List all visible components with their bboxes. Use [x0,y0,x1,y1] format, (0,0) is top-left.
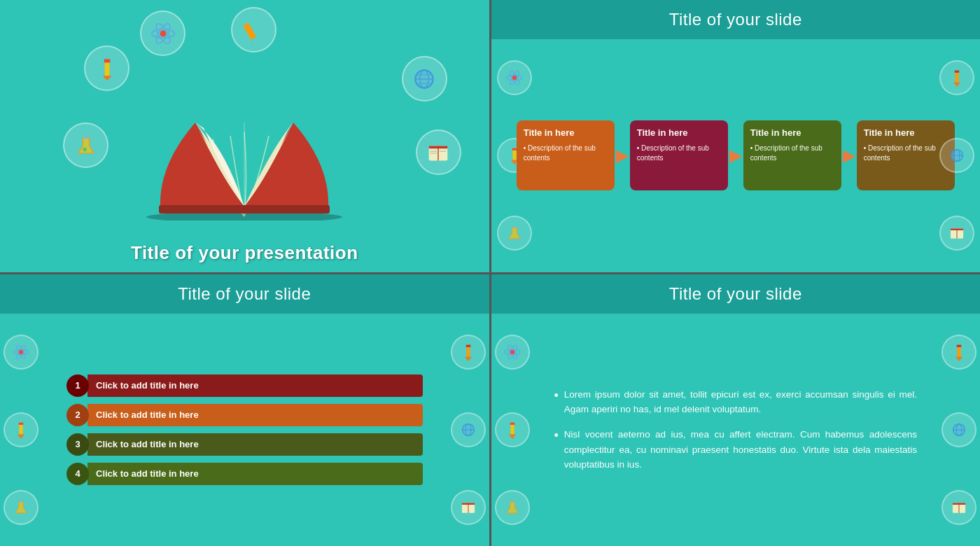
list-num-3: 3 [66,433,89,456]
list-bar-3[interactable]: Click to add title in here [88,433,423,456]
bullet-text-1: Lorem ipsum dolor sit amet, tollit epicu… [564,387,917,417]
proc-box-1: Title in here Description of the sub con… [517,120,615,190]
globe-icon-s2r [939,138,974,173]
svg-point-18 [83,147,86,150]
list-bar-1[interactable]: Click to add title in here [88,374,423,397]
slide4-icons-left [495,314,530,547]
slide3-icons-left [4,314,38,547]
slide3-icons-right [451,314,486,547]
pencil-icon-s3l [4,412,38,447]
svg-rect-50 [465,345,470,347]
svg-marker-33 [953,83,960,88]
svg-marker-62 [508,434,515,439]
pencil-icon-s3r [451,335,486,370]
list-bar-4[interactable]: Click to add title in here [88,463,423,485]
slide-2: Title of your slide [491,0,981,272]
list-bar-2[interactable]: Click to add title in here [88,404,423,426]
list-num-2: 2 [66,404,89,426]
bullet-item-2: • Nisl vocent aeterno ad ius, mea cu aff… [554,427,918,472]
svg-point-25 [512,76,517,80]
proc-box-2-title: Title in here [637,127,721,138]
slide-1: Title of your presentation [0,0,489,272]
slide1-title: Title of your presentation [0,242,489,264]
flask-circle-1 [63,122,108,168]
svg-point-57 [510,350,514,355]
slide4-title: Title of your slide [669,284,802,303]
flask-icon-s3 [4,490,38,525]
list-item-2[interactable]: 2 Click to add title in here [66,404,423,426]
pencil-icon-s2r [939,60,974,95]
slide2-title: Title of your slide [669,10,802,29]
proc-box-1-title: Title in here [524,127,608,138]
arrow-1: ▶ [616,146,629,165]
globe-icon-s4r [941,412,976,447]
slide2-body: Title in here Description of the sub con… [491,39,981,272]
svg-point-11 [415,70,433,88]
slide2-icons-right [939,39,974,272]
slide4-header: Title of your slide [491,274,981,314]
arrow-3: ▶ [843,146,855,165]
proc-box-3-title: Title in here [750,127,834,138]
flask-icon-s2 [497,216,532,251]
pencil-circle-1 [231,7,276,52]
svg-marker-49 [464,356,471,361]
book-icon-s4r [941,490,976,525]
list-item-3[interactable]: 3 Click to add title in here [66,433,423,456]
slide4-icons-right [941,314,976,547]
bullet-list: • Lorem ipsum dolor sit amet, tollit epi… [554,387,918,472]
atom-circle [140,10,186,56]
globe-circle-1 [402,56,447,102]
bullet-item-1: • Lorem ipsum dolor sit amet, tollit epi… [554,387,918,417]
svg-rect-14 [429,146,448,148]
list-num-1: 1 [66,374,89,397]
proc-box-2-desc: Description of the sub contents [637,144,721,163]
pencil-icon-s4l [495,412,530,447]
svg-rect-31 [512,148,517,150]
slide2-header: Title of your slide [491,0,981,39]
svg-rect-40 [951,229,963,231]
bullet-dot-2: • [554,427,559,472]
slide-3: Title of your slide [0,274,489,547]
slide4-body: • Lorem ipsum dolor sit amet, tollit epi… [491,314,981,547]
slide-4: Title of your slide [491,274,981,547]
pencil-icon-s4r [941,335,976,370]
proc-box-4-title: Title in here [864,127,948,138]
globe-icon-s3r [451,412,486,447]
slide3-body: 1 Click to add title in here 2 Click to … [0,314,489,547]
svg-rect-4 [242,22,255,40]
list-item-4[interactable]: 4 Click to add title in here [66,463,423,485]
book-illustration [139,108,349,223]
proc-box-3-desc: Description of the sub contents [750,144,834,163]
list-num-4: 4 [66,463,89,485]
svg-rect-56 [461,503,474,505]
svg-rect-63 [510,422,514,424]
svg-marker-20 [102,76,112,80]
book-icon-s2r [939,216,974,251]
pencil-circle-2 [84,46,130,91]
svg-rect-34 [955,71,960,73]
book-icon-s3r [451,490,486,525]
svg-rect-47 [19,422,24,424]
svg-rect-72 [953,503,965,505]
atom-icon-s4 [495,335,530,370]
slide3-title: Title of your slide [178,284,311,303]
proc-box-3: Title in here Description of the sub con… [743,120,841,190]
svg-marker-65 [955,356,962,361]
svg-marker-5 [246,41,255,43]
proc-box-4-desc: Description of the sub contents [864,144,948,163]
book-circle [416,130,461,175]
svg-rect-24 [159,205,330,214]
bullet-text-2: Nisl vocent aeterno ad ius, mea cu affer… [564,427,917,472]
proc-box-1-desc: Description of the sub contents [524,144,608,163]
presentation-grid: Title of your presentation Title of your… [0,0,980,546]
proc-box-2: Title in here Description of the sub con… [630,120,728,190]
atom-icon-s3 [4,335,38,370]
svg-point-41 [19,350,24,355]
svg-point-0 [160,30,166,36]
list-items: 1 Click to add title in here 2 Click to … [66,374,423,485]
svg-marker-46 [18,434,24,439]
svg-rect-66 [957,345,962,347]
list-item-1[interactable]: 1 Click to add title in here [66,374,423,397]
slide3-header: Title of your slide [0,274,489,314]
arrow-2: ▶ [729,146,742,165]
